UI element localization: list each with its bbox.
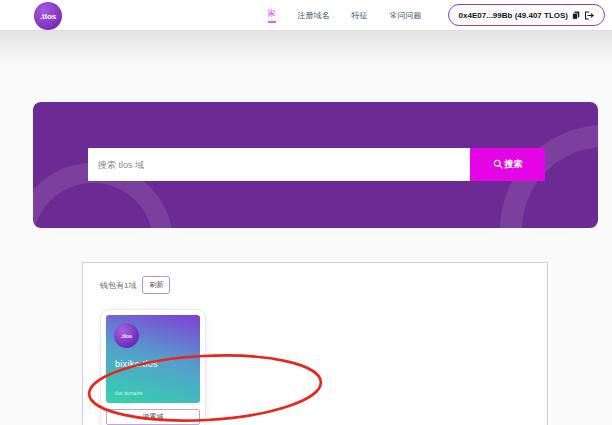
wallet-domains-count: 钱包有1域: [100, 280, 136, 291]
search-button[interactable]: 搜索: [470, 148, 545, 181]
header: .tlos 家 注册域名 特征 常问问题 0x4E07...99Bb (49.4…: [0, 0, 612, 31]
set-domain-button[interactable]: 设置域: [106, 409, 200, 425]
domain-card-art: .tlos bixike.tlos tlos domains: [106, 315, 200, 403]
domain-card: .tlos bixike.tlos tlos domains 设置域: [100, 309, 206, 425]
logout-icon[interactable]: [584, 11, 594, 20]
copy-icon[interactable]: [572, 11, 580, 20]
domain-card-watermark: tlos domains: [115, 391, 143, 396]
tlos-logo[interactable]: .tlos: [34, 2, 62, 30]
search-button-label: 搜索: [505, 158, 523, 171]
search-icon: [493, 159, 503, 171]
nav-item-home[interactable]: 家: [268, 8, 276, 23]
wallet-button[interactable]: 0x4E07...99Bb (49.407 TLOS): [448, 4, 605, 26]
wallet-address-balance: 0x4E07...99Bb (49.407 TLOS): [459, 11, 568, 20]
domains-summary-row: 钱包有1域 刷新: [83, 263, 547, 294]
nav-item-register-domain[interactable]: 注册域名: [298, 10, 330, 21]
domain-search-input[interactable]: [88, 148, 470, 181]
nav-item-features[interactable]: 特征: [352, 10, 368, 21]
hero-banner: 搜索: [33, 102, 598, 228]
header-shadow-band: [0, 31, 612, 76]
domain-name: bixike.tlos: [115, 359, 200, 369]
refresh-button[interactable]: 刷新: [142, 276, 170, 294]
nav-item-faq[interactable]: 常问问题: [390, 10, 422, 21]
logo-text: .tlos: [40, 12, 56, 21]
domain-search-bar: 搜索: [88, 148, 545, 181]
card-badge-text: .tlos: [121, 333, 132, 339]
main-nav: 家 注册域名 特征 常问问题: [268, 8, 422, 23]
my-domains-panel: 钱包有1域 刷新 .tlos bixike.tlos tlos domains …: [82, 262, 548, 425]
tlos-badge-icon: .tlos: [114, 323, 139, 348]
